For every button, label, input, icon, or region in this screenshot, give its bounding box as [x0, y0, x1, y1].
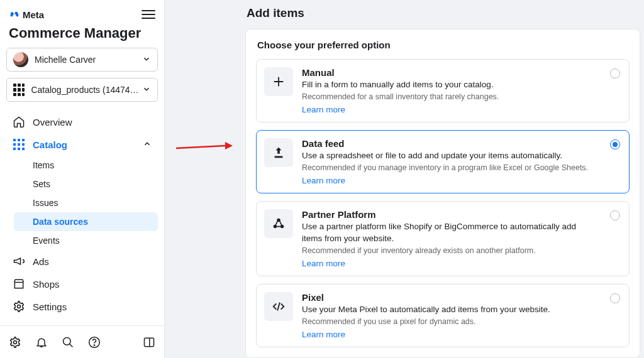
options-card: Choose your preferred option Manual Fill… [245, 29, 640, 358]
radio-pixel[interactable] [610, 293, 620, 303]
notifications-icon[interactable] [35, 336, 48, 349]
nav-ads[interactable]: Ads [6, 250, 158, 273]
settings-icon[interactable] [9, 336, 21, 349]
svg-rect-4 [18, 143, 20, 146]
radio-partner[interactable] [610, 210, 620, 220]
svg-rect-1 [18, 139, 20, 141]
svg-rect-6 [13, 148, 16, 150]
app-title: Commerce Manager [6, 24, 158, 48]
grid-icon [13, 139, 25, 150]
subnav-data-sources[interactable]: Data sources [14, 212, 158, 231]
nav-label: Shops [33, 279, 60, 290]
option-title: Pixel [302, 292, 550, 303]
nav-catalog-subnav: Items Sets Issues Data sources Events [6, 156, 158, 250]
meta-logo-icon [9, 9, 20, 20]
main-content: Add items Choose your preferred option M… [165, 0, 644, 358]
svg-rect-5 [22, 143, 25, 146]
option-desc: Use your Meta Pixel to automatically add… [302, 304, 550, 315]
brand: Meta [9, 9, 44, 20]
code-icon [264, 292, 293, 321]
option-reco: Recommended if you manage inventory in a… [302, 163, 588, 172]
option-reco: Recommended if you use a pixel for dynam… [302, 317, 550, 326]
subnav-events[interactable]: Events [14, 231, 158, 250]
option-desc: Use a spreadsheet or file to add and upd… [302, 150, 588, 161]
option-desc: Fill in a form to manually add items to … [302, 79, 499, 90]
svg-point-10 [14, 340, 17, 344]
catalog-selector[interactable]: Catalog_products (14474070... [6, 78, 158, 102]
svg-point-20 [280, 225, 284, 229]
home-icon [13, 116, 25, 128]
svg-rect-8 [22, 148, 25, 150]
svg-rect-0 [13, 139, 16, 141]
chevron-up-icon [143, 139, 152, 150]
nav-catalog[interactable]: Catalog [6, 133, 158, 156]
svg-rect-7 [18, 148, 20, 150]
chevron-down-icon [142, 55, 151, 65]
svg-point-19 [274, 225, 277, 229]
svg-point-13 [94, 344, 94, 345]
radio-manual[interactable] [610, 68, 620, 79]
menu-toggle-button[interactable] [142, 8, 155, 21]
megaphone-icon [13, 255, 25, 268]
partner-icon [264, 209, 293, 238]
option-desc: Use a partner platform like Shopify or B… [302, 221, 597, 244]
gear-icon [13, 300, 25, 313]
option-partner-platform[interactable]: Partner Platform Use a partner platform … [256, 201, 630, 276]
option-manual[interactable]: Manual Fill in a form to manually add it… [256, 59, 630, 122]
subnav-sets[interactable]: Sets [14, 175, 158, 193]
nav-label: Catalog [33, 139, 67, 150]
nav-overview[interactable]: Overview [6, 111, 158, 133]
option-title: Partner Platform [302, 209, 597, 220]
account-selector[interactable]: Michelle Carver [6, 48, 158, 72]
search-icon[interactable] [62, 336, 74, 349]
nav-label: Ads [33, 256, 49, 267]
svg-rect-17 [275, 156, 283, 158]
nav: Overview Catalog Items Sets Issues Data … [6, 111, 158, 318]
option-reco: Recommended for a small inventory that r… [302, 92, 499, 101]
panel-toggle-icon[interactable] [143, 336, 155, 349]
bottom-toolbar [0, 325, 164, 358]
shop-icon [13, 278, 25, 290]
upload-icon [264, 138, 293, 167]
account-name: Michelle Carver [35, 55, 96, 65]
svg-rect-14 [145, 338, 154, 346]
catalog-icon [13, 84, 25, 96]
svg-point-11 [64, 337, 71, 345]
learn-more-link[interactable]: Learn more [302, 330, 345, 339]
plus-icon [264, 67, 293, 96]
page-title: Add items [247, 6, 631, 20]
option-title: Data feed [302, 138, 588, 149]
nav-label: Overview [33, 117, 72, 127]
card-heading: Choose your preferred option [256, 40, 630, 50]
subnav-items[interactable]: Items [14, 156, 158, 175]
radio-data-feed[interactable] [610, 139, 620, 149]
chevron-down-icon [142, 85, 151, 95]
option-pixel[interactable]: Pixel Use your Meta Pixel to automatical… [256, 284, 630, 347]
avatar [13, 52, 28, 67]
help-icon[interactable] [88, 336, 101, 349]
option-data-feed[interactable]: Data feed Use a spreadsheet or file to a… [256, 130, 630, 193]
option-reco: Recommended if your inventory already ex… [302, 246, 597, 255]
svg-rect-2 [22, 139, 25, 141]
learn-more-link[interactable]: Learn more [302, 176, 345, 185]
sidebar: Meta Commerce Manager Michelle Carver Ca… [0, 0, 165, 358]
nav-label: Settings [33, 301, 67, 312]
nav-shops[interactable]: Shops [6, 273, 158, 295]
learn-more-link[interactable]: Learn more [302, 105, 345, 114]
svg-point-9 [18, 305, 21, 308]
option-title: Manual [302, 67, 499, 78]
nav-settings[interactable]: Settings [6, 295, 158, 318]
catalog-name: Catalog_products (14474070... [31, 85, 142, 95]
learn-more-link[interactable]: Learn more [302, 259, 345, 268]
brand-text: Meta [23, 9, 44, 20]
svg-rect-3 [13, 143, 16, 146]
subnav-issues[interactable]: Issues [14, 193, 158, 212]
